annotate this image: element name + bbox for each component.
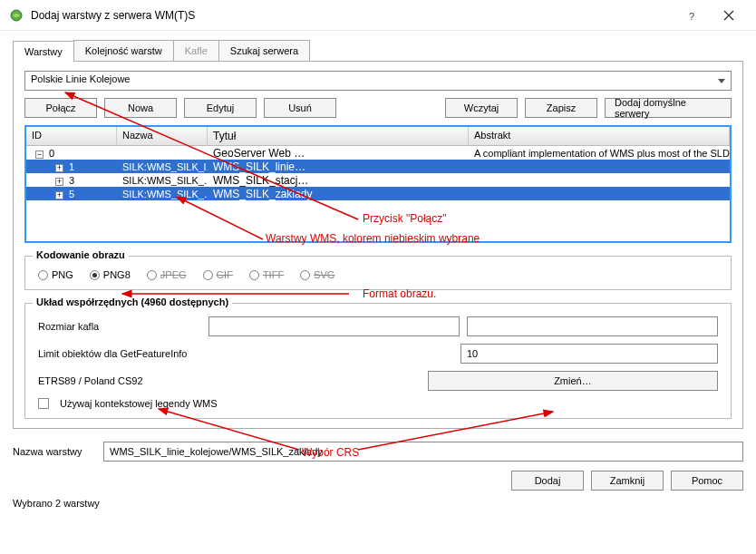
new-button[interactable]: Nowa bbox=[104, 98, 177, 118]
tilesize-input-y[interactable] bbox=[467, 316, 718, 336]
crs-title: Układ współrzędnych (4960 dostępnych) bbox=[33, 296, 232, 307]
format-radio-png[interactable]: PNG bbox=[38, 269, 73, 280]
add-button[interactable]: Dodaj bbox=[511, 471, 584, 491]
table-row[interactable]: + 5SILK:WMS_SILK_…WMS_SILK_zaklady bbox=[26, 187, 730, 200]
limit-input[interactable] bbox=[460, 344, 718, 364]
window-title: Dodaj warstwy z serwera WM(T)S bbox=[31, 9, 674, 22]
close-button[interactable] bbox=[711, 2, 747, 29]
tab-tiles: Kafle bbox=[173, 40, 219, 61]
change-crs-button[interactable]: Zmień… bbox=[428, 371, 718, 391]
table-row[interactable]: + 3SILK:WMS_SILK_…WMS_SILK_stacj… bbox=[26, 173, 730, 187]
load-button[interactable]: Wczytaj bbox=[445, 98, 518, 118]
col-id[interactable]: ID bbox=[26, 127, 117, 145]
connect-button[interactable]: Połącz bbox=[24, 98, 97, 118]
tab-search[interactable]: Szukaj serwera bbox=[218, 40, 310, 61]
tab-order[interactable]: Kolejność warstw bbox=[73, 40, 174, 61]
svg-text:?: ? bbox=[689, 11, 694, 22]
format-radio-png8[interactable]: PNG8 bbox=[90, 269, 131, 280]
layer-grid[interactable]: ID Nazwa Tytuł Abstrakt − 0GeoServer Web… bbox=[24, 125, 732, 243]
col-abstract[interactable]: Abstrakt bbox=[469, 127, 730, 145]
col-title[interactable]: Tytuł bbox=[208, 127, 469, 145]
tab-layers[interactable]: Warstwy bbox=[13, 41, 74, 62]
save-button[interactable]: Zapisz bbox=[525, 98, 597, 118]
col-name[interactable]: Nazwa bbox=[117, 127, 208, 145]
format-radio-svg: SVG bbox=[300, 269, 334, 280]
help-dialog-button[interactable]: Pomoc bbox=[671, 471, 743, 491]
limit-label: Limit obiektów dla GetFeatureInfo bbox=[38, 348, 201, 359]
edit-button[interactable]: Edytuj bbox=[184, 98, 257, 118]
tilesize-label: Rozmiar kafla bbox=[38, 321, 201, 332]
encoding-title: Kodowanie obrazu bbox=[33, 249, 129, 260]
context-legend-checkbox[interactable] bbox=[38, 398, 49, 409]
format-radio-tiff: TIFF bbox=[249, 269, 284, 280]
table-row[interactable]: − 0GeoServer Web …A compliant implementa… bbox=[26, 146, 730, 160]
table-row[interactable]: + 1SILK:WMS_SILK_l…WMS_SILK_linie… bbox=[26, 160, 730, 173]
layer-name-label: Nazwa warstwy bbox=[13, 446, 96, 457]
layer-name-input[interactable] bbox=[103, 442, 743, 462]
encoding-group: Kodowanie obrazu PNGPNG8JPEGGIFTIFFSVG bbox=[24, 256, 732, 290]
help-button[interactable]: ? bbox=[674, 2, 711, 29]
close-dialog-button[interactable]: Zamknij bbox=[591, 471, 664, 491]
tilesize-input-x[interactable] bbox=[208, 316, 460, 336]
crs-label: ETRS89 / Poland CS92 bbox=[38, 375, 143, 386]
status-bar: Wybrano 2 warstwy bbox=[0, 496, 756, 514]
delete-button[interactable]: Usuń bbox=[264, 98, 336, 118]
default-servers-button[interactable]: Dodaj domyślne serwery bbox=[605, 98, 732, 118]
context-legend-label: Używaj kontekstowej legendy WMS bbox=[60, 398, 218, 409]
tab-panel: Polskie Linie Kolejowe Połącz Nowa Edytu… bbox=[13, 61, 743, 429]
crs-group: Układ współrzędnych (4960 dostępnych) Ro… bbox=[24, 303, 732, 419]
format-radio-jpeg: JPEG bbox=[147, 269, 187, 280]
format-radio-gif: GIF bbox=[203, 269, 233, 280]
server-combo[interactable]: Polskie Linie Kolejowe bbox=[24, 71, 732, 91]
app-icon bbox=[9, 8, 24, 23]
tabs: Warstwy Kolejność warstw Kafle Szukaj se… bbox=[13, 40, 743, 61]
